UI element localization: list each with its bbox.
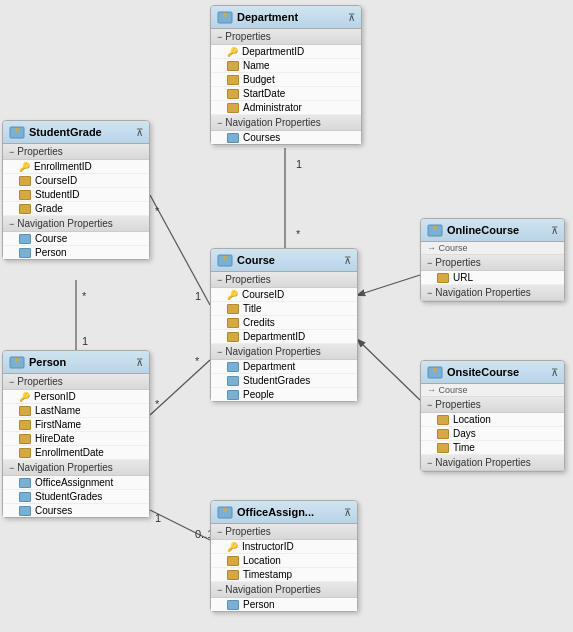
svg-point-18 <box>223 13 227 17</box>
onsitecourse-nav-header[interactable]: − Navigation Properties <box>421 455 564 471</box>
onlinecourse-entity: OnlineCourse ⊼ → Course − Properties URL… <box>420 218 565 302</box>
course-icon <box>217 252 233 268</box>
svg-text:1: 1 <box>155 512 161 524</box>
svg-point-22 <box>223 256 227 260</box>
onlinecourse-props-header[interactable]: − Properties <box>421 255 564 271</box>
onlinecourse-icon <box>427 222 443 238</box>
onlinecourse-nav-header[interactable]: − Navigation Properties <box>421 285 564 301</box>
dept-prop-name: Name <box>211 59 361 73</box>
studentgrade-nav-header[interactable]: − Navigation Properties <box>3 216 149 232</box>
svg-point-28 <box>433 226 437 230</box>
department-props-header[interactable]: − Properties <box>211 29 361 45</box>
course-prop-credits: Credits <box>211 316 357 330</box>
sg-prop-courseid: CourseID <box>3 174 149 188</box>
course-entity: Course ⊼ − Properties 🔑 CourseID Title C… <box>210 248 358 402</box>
person-prop-firstname: FirstName <box>3 418 149 432</box>
person-icon <box>9 354 25 370</box>
person-prop-lastname: LastName <box>3 404 149 418</box>
svg-line-9 <box>150 360 210 415</box>
person-prop-hiredate: HireDate <box>3 432 149 446</box>
department-title: Department <box>237 11 298 23</box>
officeassignment-entity: OfficeAssign... ⊼ − Properties 🔑 Instruc… <box>210 500 358 612</box>
course-prop-title: Title <box>211 302 357 316</box>
person-expand[interactable]: ⊼ <box>136 357 143 368</box>
svg-text:*: * <box>155 398 160 410</box>
dept-prop-startdate: StartDate <box>211 87 361 101</box>
department-icon <box>217 9 233 25</box>
svg-line-12 <box>358 275 420 295</box>
course-nav-header[interactable]: − Navigation Properties <box>211 344 357 360</box>
sg-prop-studentid: StudentID <box>3 188 149 202</box>
onsitecourse-entity: OnsiteCourse ⊼ → Course − Properties Loc… <box>420 360 565 472</box>
course-expand[interactable]: ⊼ <box>344 255 351 266</box>
studentgrade-entity: StudentGrade ⊼ − Properties 🔑 Enrollment… <box>2 120 150 260</box>
department-header[interactable]: Department ⊼ <box>211 6 361 29</box>
sg-prop-grade: Grade <box>3 202 149 216</box>
officeassignment-props-header[interactable]: − Properties <box>211 524 357 540</box>
svg-line-13 <box>358 340 420 400</box>
studentgrade-expand[interactable]: ⊼ <box>136 127 143 138</box>
onsitecourse-icon <box>427 364 443 380</box>
svg-point-26 <box>223 508 227 512</box>
sg-nav-course: Course <box>3 232 149 246</box>
onsitecourse-expand[interactable]: ⊼ <box>551 367 558 378</box>
onsite-prop-time: Time <box>421 441 564 455</box>
svg-point-24 <box>15 358 19 362</box>
officeassignment-header[interactable]: OfficeAssign... ⊼ <box>211 501 357 524</box>
onsitecourse-header[interactable]: OnsiteCourse ⊼ <box>421 361 564 384</box>
person-prop-personid: 🔑 PersonID <box>3 390 149 404</box>
course-nav-people: People <box>211 388 357 401</box>
onlinecourse-title: OnlineCourse <box>447 224 519 236</box>
oa-nav-person: Person <box>211 598 357 611</box>
onsite-prop-days: Days <box>421 427 564 441</box>
oa-prop-instructorid: 🔑 InstructorID <box>211 540 357 554</box>
onsitecourse-props-header[interactable]: − Properties <box>421 397 564 413</box>
svg-text:1: 1 <box>296 158 302 170</box>
person-nav-header[interactable]: − Navigation Properties <box>3 460 149 476</box>
onsitecourse-subtitle: → Course <box>421 384 564 397</box>
officeassignment-title: OfficeAssign... <box>237 506 314 518</box>
person-nav-studentgrades: StudentGrades <box>3 490 149 504</box>
oa-prop-location: Location <box>211 554 357 568</box>
course-props-header[interactable]: − Properties <box>211 272 357 288</box>
department-entity: Department ⊼ − Properties 🔑 DepartmentID… <box>210 5 362 145</box>
onlinecourse-subtitle: → Course <box>421 242 564 255</box>
svg-text:*: * <box>195 355 200 367</box>
department-expand[interactable]: ⊼ <box>348 12 355 23</box>
course-prop-courseid: 🔑 CourseID <box>211 288 357 302</box>
svg-text:1: 1 <box>195 290 201 302</box>
oc-prop-url: URL <box>421 271 564 285</box>
dept-prop-departmentid: 🔑 DepartmentID <box>211 45 361 59</box>
dept-prop-budget: Budget <box>211 73 361 87</box>
course-prop-departmentid: DepartmentID <box>211 330 357 344</box>
oa-prop-timestamp: Timestamp <box>211 568 357 582</box>
studentgrade-header[interactable]: StudentGrade ⊼ <box>3 121 149 144</box>
onlinecourse-expand[interactable]: ⊼ <box>551 225 558 236</box>
sg-nav-person: Person <box>3 246 149 259</box>
dept-nav-courses: Courses <box>211 131 361 144</box>
person-nav-officeassignment: OfficeAssignment <box>3 476 149 490</box>
sg-prop-enrollmentid: 🔑 EnrollmentID <box>3 160 149 174</box>
officeassignment-nav-header[interactable]: − Navigation Properties <box>211 582 357 598</box>
diagram-canvas: 1 * * 1 * 1 * * 1 0..1 <box>0 0 573 632</box>
svg-text:*: * <box>82 290 87 302</box>
onsite-prop-location: Location <box>421 413 564 427</box>
course-header[interactable]: Course ⊼ <box>211 249 357 272</box>
person-props-header[interactable]: − Properties <box>3 374 149 390</box>
svg-point-30 <box>433 368 437 372</box>
studentgrade-title: StudentGrade <box>29 126 102 138</box>
studentgrade-props-header[interactable]: − Properties <box>3 144 149 160</box>
onlinecourse-header[interactable]: OnlineCourse ⊼ <box>421 219 564 242</box>
person-header[interactable]: Person ⊼ <box>3 351 149 374</box>
course-title: Course <box>237 254 275 266</box>
course-nav-studentgrades: StudentGrades <box>211 374 357 388</box>
department-nav-header[interactable]: − Navigation Properties <box>211 115 361 131</box>
person-title: Person <box>29 356 66 368</box>
person-prop-enrollmentdate: EnrollmentDate <box>3 446 149 460</box>
svg-text:1: 1 <box>82 335 88 347</box>
studentgrade-icon <box>9 124 25 140</box>
svg-line-14 <box>150 510 210 540</box>
person-entity: Person ⊼ − Properties 🔑 PersonID LastNam… <box>2 350 150 518</box>
officeassignment-expand[interactable]: ⊼ <box>344 507 351 518</box>
svg-line-3 <box>150 195 210 305</box>
